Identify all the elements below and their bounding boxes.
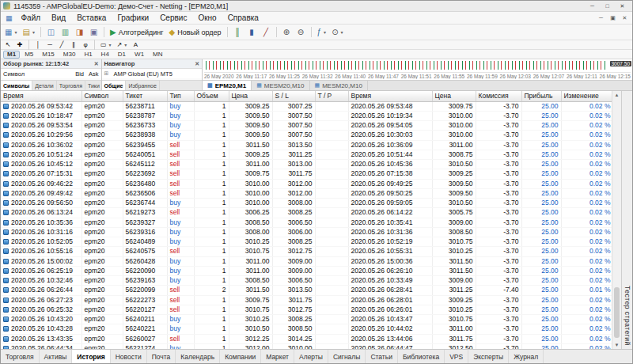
- history-row[interactable]: 2020.05.26 10:32:46epm2056239163buy13008…: [1, 276, 612, 286]
- toolbox-tab[interactable]: Сигналы: [328, 350, 366, 363]
- timeframe-m5[interactable]: M5: [21, 51, 37, 59]
- market-watch-column-header[interactable]: Символ: [3, 70, 70, 78]
- history-row[interactable]: 2020.05.26 06:25:32epm2056220127sell1301…: [1, 305, 612, 314]
- navigator-root-item[interactable]: ⊞ AMP Global (EU) MT5: [102, 69, 203, 78]
- history-row[interactable]: 2020.05.26 09:49:42epm2056236506sell1301…: [1, 188, 612, 198]
- toolbox-tab[interactable]: VPS: [445, 350, 468, 363]
- toolbox-tab[interactable]: История: [72, 349, 110, 363]
- history-row[interactable]: 2020.05.26 06:27:23epm2056222273sell1300…: [1, 295, 612, 305]
- vertical-line-button[interactable]: │: [32, 41, 44, 49]
- toolbox-tab[interactable]: Статьи: [366, 350, 398, 363]
- toolbox-tab[interactable]: Компании: [220, 350, 261, 363]
- menu-item[interactable]: Окно: [192, 13, 222, 23]
- timeframe-h1[interactable]: H1: [80, 51, 96, 59]
- toolbox-tab[interactable]: Алерты: [294, 350, 328, 363]
- arrows-button[interactable]: ↗▾: [115, 41, 130, 49]
- history-row[interactable]: 2020.05.26 10:52:05epm2056240489buy13010…: [1, 237, 612, 247]
- minimize-button[interactable]: ─: [585, 1, 600, 11]
- toolbox-tab[interactable]: Эксперты: [468, 350, 509, 363]
- column-header[interactable]: Цена: [432, 91, 476, 101]
- timeframe-m30[interactable]: M30: [59, 51, 80, 59]
- history-row[interactable]: 2020.05.26 09:56:50epm2056236744buy13010…: [1, 199, 612, 208]
- close-icon[interactable]: ✕: [195, 61, 199, 67]
- chart-tab[interactable]: ▦MESM20,M10: [310, 81, 368, 90]
- toolbox-tab[interactable]: Маркет: [261, 350, 294, 363]
- column-header[interactable]: Тикет: [123, 91, 167, 101]
- bar-chart-button[interactable]: ║: [231, 26, 244, 39]
- line-chart-button[interactable]: ╱: [260, 26, 273, 39]
- zoom-out-button[interactable]: ⊖: [294, 26, 308, 39]
- history-row[interactable]: 2020.05.26 06:26:44epm2056220099sell2301…: [1, 286, 612, 295]
- column-header[interactable]: Время: [1, 91, 81, 101]
- history-row[interactable]: 2020.05.26 07:15:31epm2056223692sell1300…: [1, 169, 612, 179]
- algo-trading-button[interactable]: ▶Алготрейдинг: [108, 26, 166, 39]
- scroll-thumb[interactable]: [614, 287, 620, 338]
- chart-tab[interactable]: ▦EPM20,M1: [203, 81, 252, 90]
- tree-expand-icon[interactable]: ⊞: [104, 70, 109, 77]
- toolbox-tab[interactable]: Торговля: [1, 350, 40, 363]
- history-row[interactable]: 2020.05.26 06:25:19epm2056220090buy13011…: [1, 266, 612, 275]
- cursor-button[interactable]: ↖: [2, 41, 13, 49]
- history-row[interactable]: 2020.05.26 10:55:16epm2056240575sell1301…: [1, 247, 612, 256]
- new-order-button[interactable]: ◆Новый ордер: [166, 26, 223, 39]
- history-row[interactable]: 2020.05.26 13:43:35epm2056260027sell1301…: [1, 334, 612, 343]
- column-header[interactable]: Изменение: [561, 91, 612, 101]
- column-header[interactable]: Тип: [167, 91, 194, 101]
- market-watch-tab[interactable]: Символы: [1, 81, 32, 90]
- column-header[interactable]: Цена: [229, 91, 272, 101]
- market-watch-tab[interactable]: Тики: [85, 81, 102, 90]
- history-row[interactable]: 2020.05.26 09:53:42epm2056238711buy13009…: [1, 101, 612, 111]
- toolbox-tab[interactable]: Библиотека: [398, 350, 445, 363]
- history-row[interactable]: 2020.05.26 09:53:54epm2056236733buy13009…: [1, 121, 612, 131]
- column-header[interactable]: T / P: [315, 91, 348, 101]
- scroll-track[interactable]: [612, 99, 621, 341]
- market-watch-tab[interactable]: Детали: [32, 81, 56, 90]
- toolbox-button[interactable]: ▣: [87, 26, 100, 39]
- shapes-button[interactable]: ▭▾: [98, 41, 114, 49]
- horizontal-line-button[interactable]: ─: [44, 41, 55, 49]
- timeframe-m15[interactable]: M15: [38, 51, 59, 59]
- market-watch-tab[interactable]: Торговля: [57, 81, 85, 90]
- column-header[interactable]: Прибыль: [521, 91, 561, 101]
- history-row[interactable]: 2020.05.26 15:00:02epm2056260428buy13011…: [1, 256, 612, 266]
- toolbox-tab[interactable]: Календарь: [176, 350, 220, 363]
- menu-item[interactable]: Графики: [112, 13, 154, 23]
- navigator-tab[interactable]: Избранное: [126, 81, 159, 90]
- trendline-button[interactable]: ╱: [56, 41, 67, 49]
- history-row[interactable]: 2020.05.26 10:18:47epm2056238787buy13009…: [1, 111, 612, 120]
- timeframe-h4[interactable]: H4: [97, 51, 113, 59]
- toolbox-tab[interactable]: Активы: [40, 350, 73, 363]
- child-restore-button[interactable]: ▣: [607, 15, 619, 21]
- history-row[interactable]: 2020.05.26 06:44:34epm2056221274buy13012…: [1, 343, 612, 349]
- market-watch-button[interactable]: ◫: [44, 26, 58, 39]
- column-header[interactable]: Символ: [81, 91, 123, 101]
- menu-item[interactable]: Сервис: [154, 13, 192, 23]
- toolbox-tab[interactable]: Журнал: [509, 350, 544, 363]
- history-row[interactable]: 2020.05.26 10:35:36epm2056239327buy13008…: [1, 218, 612, 227]
- column-header[interactable]: Объем: [194, 91, 229, 101]
- data-window-button[interactable]: ▥: [59, 26, 72, 39]
- crosshair-button[interactable]: ✚: [14, 41, 25, 49]
- child-minimize-button[interactable]: ─: [595, 15, 607, 21]
- column-header[interactable]: S / L: [272, 91, 315, 101]
- history-row[interactable]: 2020.05.26 06:13:24epm2056219273sell1300…: [1, 208, 612, 218]
- history-row[interactable]: 2020.05.26 10:43:28epm2056240221buy13010…: [1, 324, 612, 334]
- close-icon[interactable]: ✕: [94, 61, 99, 67]
- scroll-up-icon[interactable]: ▲: [615, 91, 620, 99]
- navigator-tab[interactable]: Общие: [102, 81, 127, 90]
- vertical-scrollbar[interactable]: ▲ ▼: [612, 91, 621, 349]
- history-row[interactable]: 2020.05.26 10:29:56epm2056238938buy13009…: [1, 131, 612, 140]
- toolbox-tab[interactable]: Новости: [111, 350, 147, 363]
- maximize-button[interactable]: □: [600, 1, 615, 11]
- market-watch-column-header[interactable]: Bid: [75, 70, 84, 78]
- strategy-tester-strip[interactable]: Тестер стратегий: [621, 91, 632, 349]
- chart-area[interactable]: 3007.50 26 May 202026 May 11:1726 May 11…: [203, 59, 632, 80]
- column-header[interactable]: Комиссия: [476, 91, 521, 101]
- candle-chart-button[interactable]: ▮: [245, 26, 259, 39]
- navigator-button[interactable]: ◨: [73, 26, 86, 39]
- timeframe-mn[interactable]: MN: [149, 51, 166, 59]
- close-button[interactable]: ✕: [615, 1, 630, 11]
- timeframes-button[interactable]: ⊙▾: [329, 26, 345, 39]
- text-button[interactable]: A: [130, 41, 141, 49]
- history-row[interactable]: 2020.05.26 10:45:12epm2056245112sell1301…: [1, 160, 612, 169]
